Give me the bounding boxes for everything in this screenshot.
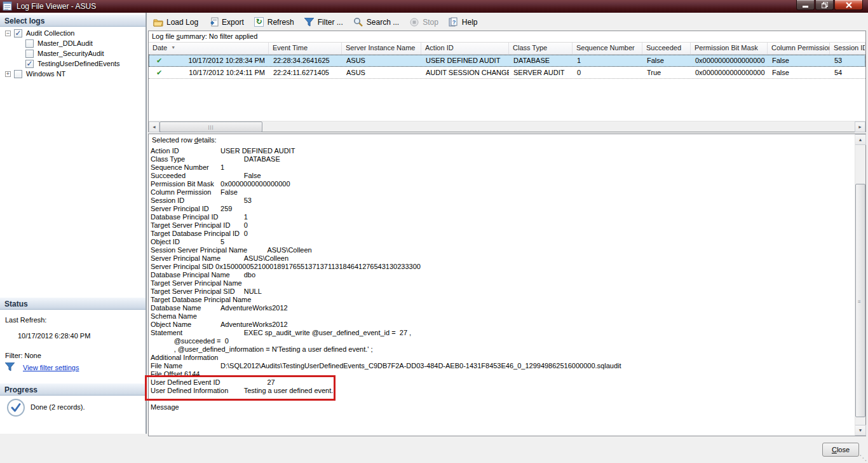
search-button[interactable]: Search ... — [350, 16, 403, 29]
restore-button[interactable] — [815, 0, 834, 10]
detail-line: Schema Name — [151, 312, 865, 321]
selected-row-details-title: Selected row details: — [149, 134, 865, 144]
detail-line: @succeeded = 0 — [151, 337, 865, 345]
column-header-succeeded[interactable]: Succeeded — [642, 43, 691, 54]
sidebar-item-master-securityaudit[interactable]: Master_SecurityAudit — [0, 48, 146, 59]
minimize-button[interactable] — [796, 0, 815, 10]
detail-line: Server Principal SID 0x15000005210001891… — [151, 263, 865, 271]
grid-horizontal-scrollbar[interactable]: ◄ ||| ► — [149, 121, 865, 132]
column-header-session-id[interactable]: Session ID — [830, 43, 865, 54]
detail-line: Session Server Principal Name ASUS\Colle… — [151, 246, 865, 254]
column-header-action-id[interactable]: Action ID — [421, 43, 509, 54]
grid-header-row: Date▼ Event Time Server Instance Name Ac… — [149, 43, 865, 55]
refresh-icon: ↻ — [254, 17, 264, 27]
help-icon: ? — [449, 17, 459, 27]
row-check-icon: ✔ — [156, 57, 162, 65]
sidebar-item-testinguserdefinedevents[interactable]: ✓ TestingUserDefinedEvents — [0, 59, 146, 69]
master-ddlaudit-checkbox[interactable] — [25, 39, 34, 48]
audit-collection-checkbox[interactable]: ✓ — [14, 29, 22, 38]
detail-line: Column Permission False — [151, 188, 865, 197]
filter-funnel-icon — [5, 363, 15, 371]
red-highlight-box — [145, 375, 336, 401]
help-button[interactable]: ? Help — [445, 16, 482, 29]
checkbox-check-icon: ✓ — [15, 30, 21, 36]
column-header-class-type[interactable]: Class Type — [509, 43, 573, 54]
load-log-button[interactable]: Load Log — [150, 16, 203, 29]
stop-icon — [409, 17, 419, 27]
log-summary-bar: Log file summary: No filter applied — [149, 31, 865, 43]
search-icon — [353, 17, 363, 27]
log-file-viewer-window: Log File Viewer - ASUS Select logs − ✓ A… — [0, 0, 868, 463]
scroll-left-button[interactable]: ◄ — [149, 121, 159, 132]
column-header-server-instance-name[interactable]: Server Instance Name — [342, 43, 421, 54]
horizontal-scrollbar-thumb[interactable]: ||| — [159, 121, 262, 132]
column-header-permission-bit-mask[interactable]: Permission Bit Mask — [691, 43, 768, 54]
detail-line: Session ID 53 — [151, 197, 865, 205]
windows-nt-checkbox[interactable] — [14, 70, 22, 78]
tree-item-label: TestingUserDefinedEvents — [37, 60, 120, 67]
column-header-event-time[interactable]: Event Time — [269, 43, 342, 54]
stop-button[interactable]: Stop — [406, 16, 443, 29]
last-refresh-value: 10/17/2012 6:28:40 PM — [18, 332, 90, 340]
tree-item-label: Master_SecurityAudit — [37, 50, 104, 57]
tree-item-label: Windows NT — [26, 70, 65, 78]
close-window-button[interactable] — [834, 0, 863, 10]
expand-expander-icon[interactable]: + — [5, 71, 11, 77]
sidebar: Select logs − ✓ Audit Collection Master_… — [0, 13, 147, 434]
detail-line: Target Server Principal ID 0 — [151, 221, 865, 230]
detail-line: Statement EXEC sp_audit_write @user_defi… — [151, 329, 865, 337]
details-vertical-scrollbar[interactable]: ▲ ≡ ▼ — [855, 134, 865, 436]
master-securityaudit-checkbox[interactable] — [25, 50, 34, 58]
filter-status-label: Filter: None — [5, 352, 41, 359]
column-header-date[interactable]: Date▼ — [149, 43, 269, 54]
checkbox-check-icon: ✓ — [26, 60, 32, 67]
sort-indicator-icon: ▼ — [171, 45, 175, 50]
table-row[interactable]: ✔10/17/2012 10:28:34 PM 22:28:34.2641625… — [149, 55, 865, 67]
done-check-icon — [6, 398, 25, 417]
refresh-button[interactable]: ↻ Refresh — [251, 16, 299, 29]
vertical-scrollbar-thumb[interactable]: ≡ — [855, 184, 865, 417]
status-header: Status — [0, 297, 146, 310]
collapse-expander-icon[interactable]: − — [5, 31, 11, 36]
details-text: Action ID USER DEFINED AUDIT Class Type … — [149, 147, 865, 411]
column-header-column-permission[interactable]: Column Permission — [768, 43, 830, 54]
sidebar-item-audit-collection[interactable]: − ✓ Audit Collection — [0, 28, 146, 38]
filter-button[interactable]: Filter ... — [301, 16, 348, 29]
resize-grip[interactable]: ⋱ — [859, 453, 867, 462]
log-grid: Log file summary: No filter applied Date… — [148, 31, 866, 132]
detail-line: Additional Information — [151, 354, 865, 362]
testinguserdefinedevents-checkbox[interactable]: ✓ — [25, 60, 34, 68]
message-label: Message — [151, 403, 865, 411]
scroll-up-button[interactable]: ▲ — [855, 134, 866, 145]
detail-line: Sequence Number 1 — [151, 163, 865, 172]
export-button[interactable]: Export — [205, 16, 248, 29]
toolbar: Load Log Export ↻ Refresh Filter ... Sea… — [150, 14, 867, 30]
scroll-right-button[interactable]: ► — [855, 121, 865, 132]
sidebar-item-windows-nt[interactable]: + Windows NT — [0, 69, 146, 79]
close-button[interactable]: Close — [822, 443, 859, 457]
log-tree: − ✓ Audit Collection Master_DDLAudit Mas… — [0, 28, 146, 79]
table-row[interactable]: ✔10/17/2012 10:24:11 PM 22:24:11.6271405… — [149, 67, 865, 79]
detail-line: Target Database Principal Name — [151, 296, 865, 304]
detail-line: Database Principal Name dbo — [151, 271, 865, 279]
detail-line: Database Principal ID 1 — [151, 213, 865, 221]
detail-line: File Name D:\SQL2012\Audits\TestingUserD… — [151, 362, 865, 370]
tree-item-label: Audit Collection — [26, 29, 74, 37]
detail-line: Object ID 5 — [151, 238, 865, 246]
filter-funnel-icon — [304, 17, 315, 27]
window-title: Log File Viewer - ASUS — [17, 2, 96, 11]
detail-line: Target Database Principal ID 0 — [151, 230, 865, 238]
detail-line: Target Server Principal SID NULL — [151, 287, 865, 296]
view-filter-settings-link[interactable]: View filter settings — [23, 364, 79, 371]
sidebar-item-master-ddlaudit[interactable]: Master_DDLAudit — [0, 38, 146, 48]
detail-line: Target Server Principal Name — [151, 279, 865, 287]
column-header-sequence-number[interactable]: Sequence Number — [573, 43, 642, 54]
progress-header: Progress — [0, 383, 146, 396]
svg-text:?: ? — [452, 19, 456, 25]
selected-row-details-panel: Selected row details: Action ID USER DEF… — [148, 134, 866, 436]
export-icon — [208, 17, 219, 27]
detail-line: Action ID USER DEFINED AUDIT — [151, 147, 865, 155]
last-refresh-label: Last Refresh: — [5, 316, 46, 324]
scroll-down-button[interactable]: ▼ — [855, 425, 866, 436]
app-icon — [3, 1, 13, 11]
